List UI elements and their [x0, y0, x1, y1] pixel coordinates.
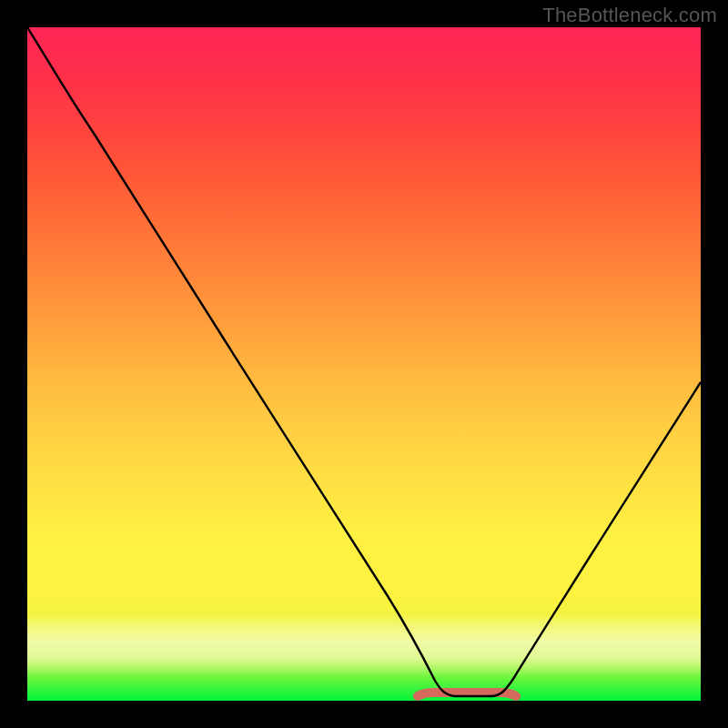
chart-frame: TheBottleneck.com: [0, 0, 728, 728]
curve-svg: [27, 27, 701, 701]
plot-area: [27, 27, 701, 701]
watermark-text: TheBottleneck.com: [542, 4, 717, 27]
bottleneck-curve-line: [27, 27, 701, 696]
